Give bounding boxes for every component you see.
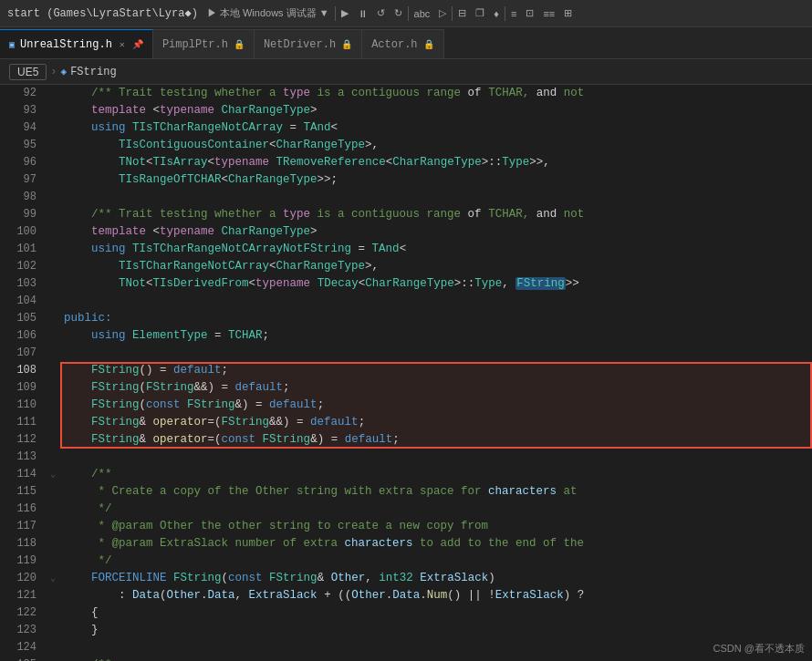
code-line-117[interactable]: * @param Other the other string to creat… xyxy=(60,518,812,535)
line-number-104: 104 xyxy=(0,293,46,310)
code-line-120[interactable]: FORCEINLINE FString(const FString& Other… xyxy=(60,570,812,587)
fold-indicator-115 xyxy=(46,483,60,501)
code-line-118[interactable]: * @param ExtraSlack number of extra char… xyxy=(60,535,812,553)
tab-actor[interactable]: Actor.h 🔒 xyxy=(362,29,443,58)
grid-btn[interactable]: ⊡ xyxy=(522,6,537,20)
menu-btn[interactable]: ≡ xyxy=(507,7,520,20)
code-line-124[interactable] xyxy=(60,639,812,656)
list-btn[interactable]: ≡≡ xyxy=(539,7,558,20)
fold-indicator-96 xyxy=(46,154,60,171)
fold-indicator-120[interactable]: ⌄ xyxy=(46,570,60,587)
fold-indicator-125 xyxy=(46,656,60,661)
code-line-104[interactable] xyxy=(60,293,812,310)
run-btn[interactable]: ▷ xyxy=(435,6,450,20)
bookmark-btn[interactable]: ❐ xyxy=(472,6,488,20)
code-area[interactable]: /** Trait testing whether a type is a co… xyxy=(60,85,812,661)
line-number-103: 103 xyxy=(0,275,46,293)
fold-indicator-124 xyxy=(46,639,60,656)
line-number-100: 100 xyxy=(0,223,46,241)
tab-label-unrealstring: UnrealString.h xyxy=(20,38,112,51)
watermark: CSDN @看不透本质 xyxy=(713,642,805,656)
code-line-96[interactable]: TNot<TIsArray<typename TRemoveReference<… xyxy=(60,154,812,171)
abc-btn[interactable]: abc xyxy=(411,7,434,20)
code-line-95[interactable]: TIsContiguousContainer<CharRangeType>, xyxy=(60,137,812,154)
tile-btn[interactable]: ⊞ xyxy=(560,6,576,20)
breadcrumb-separator: › xyxy=(50,66,57,78)
tab-label-netdriver: NetDriver.h xyxy=(264,38,336,51)
breadcrumb-fstring: ◈ FString xyxy=(61,66,117,78)
line-number-107: 107 xyxy=(0,345,46,362)
play-button[interactable]: ▶ 本地 Windows 调试器 ▼ xyxy=(203,5,333,21)
line-number-109: 109 xyxy=(0,379,46,397)
code-line-100[interactable]: template <typename CharRangeType> xyxy=(60,223,812,241)
tab-pimplptr[interactable]: PimplPtr.h 🔒 xyxy=(153,29,255,58)
tab-netdriver[interactable]: NetDriver.h 🔒 xyxy=(255,29,362,58)
code-line-113[interactable] xyxy=(60,449,812,466)
code-line-105[interactable]: public: xyxy=(60,310,812,327)
code-line-116[interactable]: */ xyxy=(60,501,812,518)
line-number-125: 125 xyxy=(0,656,46,661)
code-line-125[interactable]: /** xyxy=(60,656,812,661)
line-number-98: 98 xyxy=(0,189,46,206)
step-in-btn[interactable]: ⏸ xyxy=(354,7,371,20)
editor-area: 9293949596979899100101102103104105106107… xyxy=(0,85,812,661)
line-number-121: 121 xyxy=(0,587,46,604)
breadcrumb-ue5[interactable]: UE5 xyxy=(9,64,47,80)
line-number-102: 102 xyxy=(0,258,46,275)
line-number-111: 111 xyxy=(0,414,46,431)
code-line-109[interactable]: FString(FString&&) = default; xyxy=(60,379,812,397)
code-line-108[interactable]: FString() = default; xyxy=(60,362,812,379)
fold-indicator-114[interactable]: ⌄ xyxy=(46,466,60,483)
code-line-97[interactable]: TIsRangeOfTCHAR<CharRangeType>>; xyxy=(60,171,812,189)
restart-btn[interactable]: ↻ xyxy=(390,6,406,20)
fold-indicator-122 xyxy=(46,604,60,622)
code-line-110[interactable]: FString(const FString&) = default; xyxy=(60,397,812,414)
code-line-123[interactable]: } xyxy=(60,622,812,639)
code-line-92[interactable]: /** Trait testing whether a type is a co… xyxy=(60,85,812,102)
code-line-99[interactable]: /** Trait testing whether a type is a co… xyxy=(60,206,812,223)
tab-unrealstring[interactable]: ▣ UnrealString.h ✕ 📌 xyxy=(0,29,153,58)
tab-bar: ▣ UnrealString.h ✕ 📌 PimplPtr.h 🔒 NetDri… xyxy=(0,27,812,59)
code-line-103[interactable]: TNot<TIsDerivedFrom<typename TDecay<Char… xyxy=(60,275,812,293)
line-number-113: 113 xyxy=(0,449,46,466)
line-number-99: 99 xyxy=(0,206,46,223)
code-line-101[interactable]: using TIsTCharRangeNotCArrayNotFString =… xyxy=(60,241,812,258)
tab-close-unrealstring[interactable]: ✕ xyxy=(118,38,127,51)
code-line-114[interactable]: /** xyxy=(60,466,812,483)
breakpoint-btn[interactable]: ⊟ xyxy=(454,6,470,20)
code-line-107[interactable] xyxy=(60,345,812,362)
code-line-119[interactable]: */ xyxy=(60,553,812,570)
separator3 xyxy=(452,6,453,21)
fold-indicator-92 xyxy=(46,85,60,102)
layout-btn[interactable]: ♦ xyxy=(490,7,503,20)
code-line-111[interactable]: FString& operator=(FString&&) = default; xyxy=(60,414,812,431)
line-number-115: 115 xyxy=(0,483,46,501)
code-line-102[interactable]: TIsTCharRangeNotCArray<CharRangeType>, xyxy=(60,258,812,275)
separator4 xyxy=(505,6,505,21)
fold-indicator-99 xyxy=(46,206,60,223)
fold-indicator-111 xyxy=(46,414,60,431)
code-line-112[interactable]: FString& operator=(const FString&) = def… xyxy=(60,431,812,449)
lock-icon-actor: 🔒 xyxy=(423,39,434,50)
line-number-106: 106 xyxy=(0,327,46,345)
lock-icon-pimplptr: 🔒 xyxy=(234,39,245,50)
fold-indicator-121 xyxy=(46,587,60,604)
toolbar-group: ▶ 本地 Windows 调试器 ▼ ▶ ⏸ ↺ ↻ abc ▷ ⊟ ❐ ♦ ≡… xyxy=(203,5,576,21)
top-bar-title: start (Games\LyraStart\Lyra◆) xyxy=(7,6,198,20)
fold-indicator-104 xyxy=(46,293,60,310)
code-line-115[interactable]: * Create a copy of the Other string with… xyxy=(60,483,812,501)
line-number-101: 101 xyxy=(0,241,46,258)
code-line-93[interactable]: template <typename CharRangeType> xyxy=(60,102,812,119)
fold-indicator-105 xyxy=(46,310,60,327)
tab-pin-unrealstring[interactable]: 📌 xyxy=(132,39,143,50)
step-out-btn[interactable]: ↺ xyxy=(373,6,389,20)
code-line-106[interactable]: using ElementType = TCHAR; xyxy=(60,327,812,345)
fold-indicator-98 xyxy=(46,189,60,206)
code-line-121[interactable]: : Data(Other.Data, ExtraSlack + ((Other.… xyxy=(60,587,812,604)
code-line-98[interactable] xyxy=(60,189,812,206)
step-over-btn[interactable]: ▶ xyxy=(338,6,352,20)
fold-indicator-107 xyxy=(46,345,60,362)
code-line-94[interactable]: using TIsTCharRangeNotCArray = TAnd< xyxy=(60,119,812,137)
fold-indicator-93 xyxy=(46,102,60,119)
code-line-122[interactable]: { xyxy=(60,604,812,622)
